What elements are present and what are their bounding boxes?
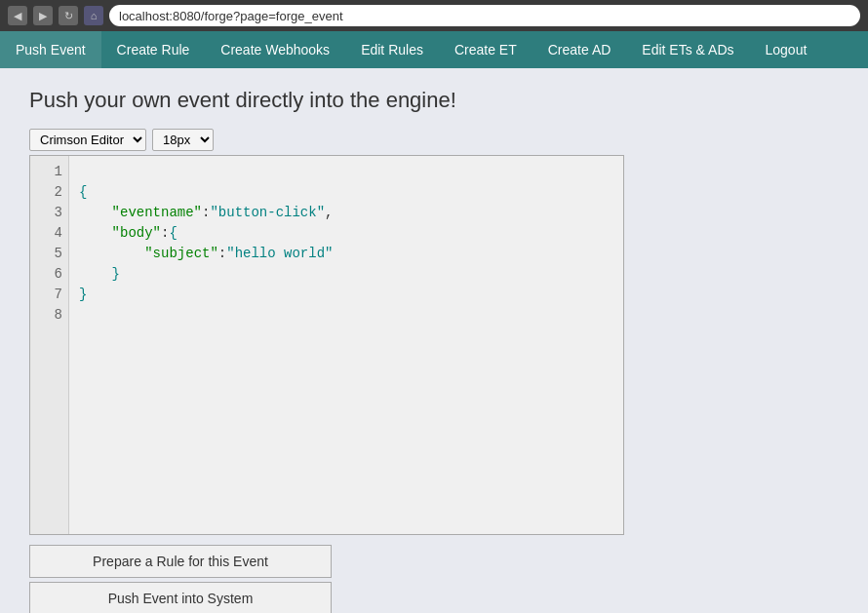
nav-edit-rules[interactable]: Edit Rules — [345, 31, 439, 68]
back-button[interactable]: ◀ — [8, 6, 27, 25]
editor-toolbar: Crimson Editor 18px — [29, 129, 839, 151]
val-subject: "hello world" — [226, 244, 333, 264]
body-brace-close: } — [112, 264, 120, 285]
nav-bar: Push Event Create Rule Create Webhooks E… — [0, 31, 868, 68]
nav-create-et[interactable]: Create ET — [439, 31, 533, 68]
code-editor[interactable]: 1 2 3 4 5 6 7 8 { "eventname" : "button-… — [29, 155, 624, 535]
nav-logout[interactable]: Logout — [750, 31, 823, 68]
line-num-8: 8 — [30, 305, 68, 326]
nav-create-rule[interactable]: Create Rule — [101, 31, 206, 68]
val-eventname: "button-click" — [210, 203, 325, 223]
line-num-7: 7 — [30, 285, 68, 305]
nav-create-webhooks[interactable]: Create Webhooks — [205, 31, 345, 68]
key-eventname: "eventname" — [112, 203, 202, 223]
key-subject: "subject" — [144, 244, 218, 264]
code-line-2: { — [79, 182, 613, 203]
code-line-4: "body" : { — [79, 223, 613, 244]
code-line-6: } — [79, 264, 613, 285]
brace-open: { — [79, 182, 87, 203]
line-num-6: 6 — [30, 264, 68, 285]
line-num-4: 4 — [30, 223, 68, 244]
nav-create-ad[interactable]: Create AD — [533, 31, 627, 68]
prepare-rule-button[interactable]: Prepare a Rule for this Event — [29, 545, 332, 578]
font-select[interactable]: Crimson Editor — [29, 129, 146, 151]
body-brace-open: { — [169, 223, 177, 244]
browser-bar: ◀ ▶ ↻ ⌂ localhost:8080/forge?page=forge_… — [0, 0, 868, 31]
code-line-8 — [79, 305, 613, 326]
url-text: localhost:8080/forge?page=forge_event — [119, 9, 343, 23]
code-line-1 — [79, 162, 613, 182]
root-brace-close: } — [79, 285, 87, 305]
home-button[interactable]: ⌂ — [84, 6, 103, 25]
line-num-5: 5 — [30, 244, 68, 264]
page-content: Push your own event directly into the en… — [0, 68, 868, 613]
push-event-button[interactable]: Push Event into System — [29, 582, 332, 613]
code-line-7: } — [79, 285, 613, 305]
key-body: "body" — [112, 223, 161, 244]
forward-button[interactable]: ▶ — [33, 6, 53, 25]
reload-button[interactable]: ↻ — [59, 6, 78, 25]
code-content: { "eventname" : "button-click" , "body" … — [69, 156, 623, 534]
line-num-3: 3 — [30, 203, 68, 223]
page-title: Push your own event directly into the en… — [29, 88, 839, 113]
line-num-2: 2 — [30, 182, 68, 203]
size-select[interactable]: 18px — [152, 129, 214, 151]
url-bar[interactable]: localhost:8080/forge?page=forge_event — [109, 5, 860, 26]
nav-edit-ets-ads[interactable]: Edit ETs & ADs — [626, 31, 749, 68]
line-numbers: 1 2 3 4 5 6 7 8 — [30, 156, 69, 534]
nav-push-event[interactable]: Push Event — [0, 31, 101, 68]
code-line-5: "subject" : "hello world" — [79, 244, 613, 264]
code-line-3: "eventname" : "button-click" , — [79, 203, 613, 223]
action-buttons: Prepare a Rule for this Event Push Event… — [29, 545, 839, 613]
line-num-1: 1 — [30, 162, 68, 182]
